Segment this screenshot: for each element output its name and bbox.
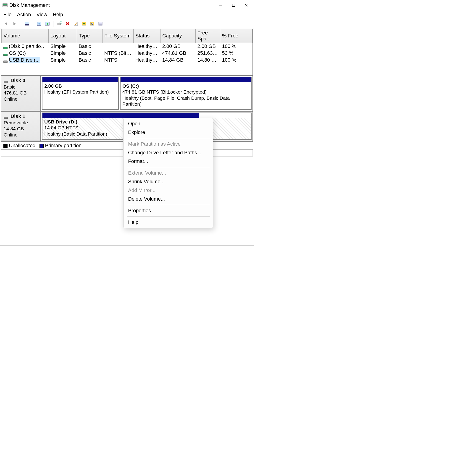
forward-button[interactable] xyxy=(11,20,19,27)
show-hide-console-button[interactable] xyxy=(23,20,31,27)
maximize-button[interactable] xyxy=(227,1,240,9)
col-type[interactable]: Type xyxy=(77,29,102,43)
volume-list[interactable]: Volume Layout Type File System Status Ca… xyxy=(1,29,253,75)
cm-extend: Extend Volume... xyxy=(124,169,213,177)
cm-format[interactable]: Format... xyxy=(124,157,213,166)
legend-unallocated: Unallocated xyxy=(9,143,35,148)
app-icon xyxy=(2,3,8,8)
properties-icon[interactable] xyxy=(72,20,80,27)
back-button[interactable] xyxy=(2,20,11,27)
cm-mark-active: Mark Partition as Active xyxy=(124,140,213,148)
delete-icon[interactable] xyxy=(63,20,72,27)
toolbar: ? xyxy=(0,20,254,29)
svg-rect-24 xyxy=(3,54,8,56)
help-button[interactable]: ? xyxy=(35,20,43,27)
svg-rect-25 xyxy=(3,61,8,63)
svg-text:?: ? xyxy=(38,22,40,25)
menu-help[interactable]: Help xyxy=(53,12,63,17)
col-pctfree[interactable]: % Free xyxy=(220,29,253,43)
stripe xyxy=(120,77,251,82)
column-headers[interactable]: Volume Layout Type File System Status Ca… xyxy=(2,29,253,43)
svg-rect-26 xyxy=(4,81,8,83)
drive-icon xyxy=(3,59,8,62)
cm-mirror: Add Mirror... xyxy=(124,186,213,195)
cm-shrink[interactable]: Shrink Volume... xyxy=(124,177,213,186)
col-capacity[interactable]: Capacity xyxy=(161,29,196,43)
disk-row-0: Disk 0 Basic476.81 GBOnline 2.00 GB Heal… xyxy=(1,76,253,112)
table-row[interactable]: (Disk 0 partition 1)SimpleBasicHealthy (… xyxy=(2,43,253,50)
close-button[interactable] xyxy=(240,1,253,9)
cm-properties[interactable]: Properties xyxy=(124,206,213,215)
svg-rect-3 xyxy=(232,4,235,7)
col-layout[interactable]: Layout xyxy=(49,29,77,43)
menu-bar: File Action View Help xyxy=(0,10,254,20)
show-hide-action-button[interactable] xyxy=(43,20,51,27)
explore-icon[interactable] xyxy=(88,20,96,27)
stripe xyxy=(42,77,118,82)
table-row[interactable]: OS (C:)SimpleBasicNTFS (BitLo...Healthy … xyxy=(2,50,253,57)
legend-primary: Primary partition xyxy=(45,143,82,148)
disk1-label[interactable]: Disk 1 Removable14.84 GBOnline xyxy=(1,112,41,141)
stripe xyxy=(42,113,199,118)
cm-delete[interactable]: Delete Volume... xyxy=(124,195,213,203)
svg-point-18 xyxy=(91,23,93,25)
refresh-button[interactable] xyxy=(55,20,63,27)
context-menu: Open Explore Mark Partition as Active Ch… xyxy=(123,118,213,228)
svg-rect-1 xyxy=(3,6,7,7)
svg-point-12 xyxy=(60,22,62,24)
disk0-partition-2[interactable]: OS (C:) 474.81 GB NTFS (BitLocker Encryp… xyxy=(120,77,252,110)
col-volume[interactable]: Volume xyxy=(2,29,49,43)
drive-icon xyxy=(3,52,8,55)
menu-view[interactable]: View xyxy=(36,12,47,17)
svg-rect-27 xyxy=(4,117,8,119)
svg-rect-23 xyxy=(3,47,8,49)
minimize-button[interactable] xyxy=(214,1,227,9)
disk0-label[interactable]: Disk 0 Basic476.81 GBOnline xyxy=(1,76,41,111)
window-title: Disk Management xyxy=(9,2,50,8)
drive-icon xyxy=(3,45,8,48)
title-bar: Disk Management xyxy=(0,0,254,10)
menu-action[interactable]: Action xyxy=(17,12,31,17)
cm-help[interactable]: Help xyxy=(124,218,213,227)
cm-explore[interactable]: Explore xyxy=(124,128,213,137)
table-row[interactable]: USB Drive (...SimpleBasicNTFSHealthy (B.… xyxy=(2,57,253,63)
cm-open[interactable]: Open xyxy=(124,119,213,128)
disk0-partition-1[interactable]: 2.00 GB Healthy (EFI System Partition) xyxy=(42,77,119,110)
col-status[interactable]: Status xyxy=(134,29,161,43)
upload-icon[interactable] xyxy=(80,20,88,27)
col-free[interactable]: Free Spa... xyxy=(196,29,220,43)
col-filesystem[interactable]: File System xyxy=(102,29,134,43)
list-icon[interactable] xyxy=(96,20,105,27)
svg-rect-7 xyxy=(25,24,29,25)
menu-file[interactable]: File xyxy=(3,12,11,17)
svg-rect-0 xyxy=(3,4,7,5)
cm-change-letter[interactable]: Change Drive Letter and Paths... xyxy=(124,148,213,157)
window-controls xyxy=(214,1,253,9)
